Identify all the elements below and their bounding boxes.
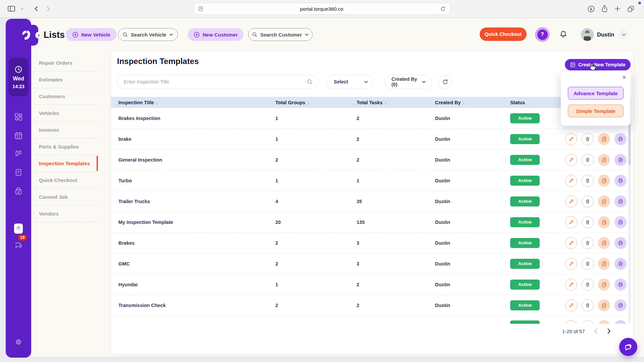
help-button[interactable]: ? [535, 27, 550, 42]
duplicate-button[interactable] [598, 279, 610, 291]
nav-item-customers[interactable]: Customers [31, 88, 98, 105]
table-row[interactable]: Trailer Trucks 4 35 Dustin Active [111, 191, 628, 212]
settings-gear-icon[interactable] [14, 338, 23, 347]
print-button[interactable] [614, 237, 627, 249]
sidebar-toggle-icon[interactable] [7, 5, 15, 12]
edit-button[interactable] [565, 175, 577, 187]
sort-arrow-icon[interactable]: ↓ [156, 100, 159, 105]
nav-item-quick-checkout[interactable]: Quick Checkout [31, 172, 98, 189]
notifications-bell-icon[interactable] [559, 30, 568, 39]
quick-checkout-button[interactable]: Quick Checkout [480, 27, 527, 41]
share-icon[interactable] [601, 5, 608, 13]
edit-button[interactable] [565, 133, 577, 145]
nav-item-invoices[interactable]: Invoices [31, 122, 98, 138]
table-row[interactable]: GMC 2 3 Dustin Active [111, 253, 628, 274]
table-row[interactable]: My Inspection Template 20 135 Dustin Act… [111, 212, 628, 233]
created-by-dropdown[interactable]: Created By (0) [384, 75, 432, 89]
url-bar[interactable]: portal.torque360.co [194, 3, 450, 15]
edit-button[interactable] [565, 154, 577, 166]
nav-item-vendors[interactable]: Vendors [31, 205, 98, 222]
duplicate-button[interactable] [598, 299, 610, 311]
duplicate-button[interactable] [598, 195, 610, 207]
delete-button[interactable] [582, 258, 594, 270]
nav-item-canned-job[interactable]: Canned Job [31, 189, 98, 205]
sidebar-expand-icon[interactable] [35, 32, 42, 39]
close-icon[interactable]: × [623, 74, 626, 81]
delete-button[interactable] [582, 237, 594, 249]
sort-arrow-icon[interactable]: ↓ [307, 100, 310, 105]
duplicate-button[interactable] [598, 154, 610, 166]
edit-button[interactable] [565, 237, 577, 249]
delete-button[interactable] [582, 216, 594, 228]
table-row[interactable]: Turbo 1 1 Dustin Active [111, 170, 628, 191]
delete-button[interactable] [582, 320, 594, 324]
table-row[interactable]: brake 1 2 Dustin Active [111, 129, 628, 149]
duplicate-button[interactable] [598, 320, 610, 324]
col-created-by[interactable]: Created By ↓ [435, 100, 510, 105]
delete-button[interactable] [582, 133, 594, 145]
col-inspection-title[interactable]: Inspection Title ↓ [118, 100, 275, 105]
print-button[interactable] [614, 154, 627, 166]
duplicate-button[interactable] [598, 258, 610, 270]
nav-item-parts-supplies[interactable]: Parts & Supplies [31, 138, 98, 155]
col-total-groups[interactable]: Total Groups ↓ [275, 100, 357, 105]
edit-button[interactable] [565, 279, 577, 291]
simple-template-button[interactable]: Simple Template [568, 105, 624, 117]
user-menu-chevron-icon[interactable] [619, 30, 628, 39]
dashboard-icon[interactable] [14, 112, 23, 121]
table-row[interactable] [111, 316, 628, 324]
nav-item-inspection-templates[interactable]: Inspection Templates [31, 155, 98, 172]
tab-overview-icon[interactable] [627, 5, 635, 13]
print-button[interactable] [614, 216, 627, 228]
back-icon[interactable] [33, 5, 40, 12]
inspection-title-search[interactable] [117, 75, 319, 89]
user-avatar[interactable] [581, 28, 594, 41]
search-input[interactable] [124, 79, 307, 84]
edit-button[interactable] [565, 216, 577, 228]
sort-arrow-icon[interactable]: ↓ [385, 100, 387, 105]
print-button[interactable] [614, 299, 627, 311]
new-customer-button[interactable]: New Customer [188, 28, 244, 41]
delete-button[interactable] [582, 175, 594, 187]
edit-button[interactable] [565, 258, 577, 270]
calendar-icon[interactable] [14, 131, 23, 140]
print-button[interactable] [614, 133, 627, 145]
delete-button[interactable] [582, 195, 594, 207]
print-button[interactable] [614, 279, 627, 291]
chevron-down-icon[interactable] [20, 7, 24, 10]
megaphone-icon[interactable] [14, 223, 23, 232]
chat-icon[interactable] [14, 241, 23, 250]
sort-arrow-icon[interactable]: ↓ [463, 100, 466, 105]
search-vehicle-dropdown[interactable]: Search Vehicle [118, 28, 178, 41]
edit-button[interactable] [565, 299, 577, 311]
downloads-icon[interactable] [587, 5, 595, 13]
edit-button[interactable] [565, 320, 577, 324]
col-total-tasks[interactable]: Total Tasks ↓ [357, 100, 435, 105]
forward-icon[interactable] [45, 5, 51, 12]
status-select-dropdown[interactable]: Select [327, 75, 374, 89]
new-vehicle-button[interactable]: New Vehicle [66, 28, 117, 41]
nav-item-vehicles[interactable]: Vehicles [31, 105, 98, 122]
duplicate-button[interactable] [598, 133, 610, 145]
chat-fab-button[interactable] [619, 338, 637, 356]
delete-button[interactable] [582, 154, 594, 166]
print-button[interactable] [614, 258, 627, 270]
print-button[interactable] [614, 320, 627, 324]
next-page-icon[interactable] [607, 328, 611, 334]
app-logo[interactable] [14, 25, 38, 46]
shopping-bag-icon[interactable] [14, 187, 23, 195]
table-row[interactable]: General Inspection 2 2 Dustin Active [111, 149, 628, 170]
nav-item-estimates[interactable]: Estimates [31, 71, 98, 88]
duplicate-button[interactable] [598, 175, 610, 187]
table-row[interactable]: Brakes Inspection 1 2 Dustin Active [111, 108, 628, 129]
delete-button[interactable] [582, 299, 594, 311]
kanban-icon[interactable] [14, 149, 23, 158]
table-row[interactable]: Transmission Check 2 2 Dustin Active [111, 295, 628, 316]
page-settings-icon[interactable] [198, 6, 203, 11]
delete-button[interactable] [582, 279, 594, 291]
reload-icon[interactable] [440, 6, 446, 12]
duplicate-button[interactable] [598, 237, 610, 249]
refresh-button[interactable] [438, 75, 452, 89]
previous-page-icon[interactable] [594, 328, 598, 334]
edit-button[interactable] [565, 195, 577, 207]
